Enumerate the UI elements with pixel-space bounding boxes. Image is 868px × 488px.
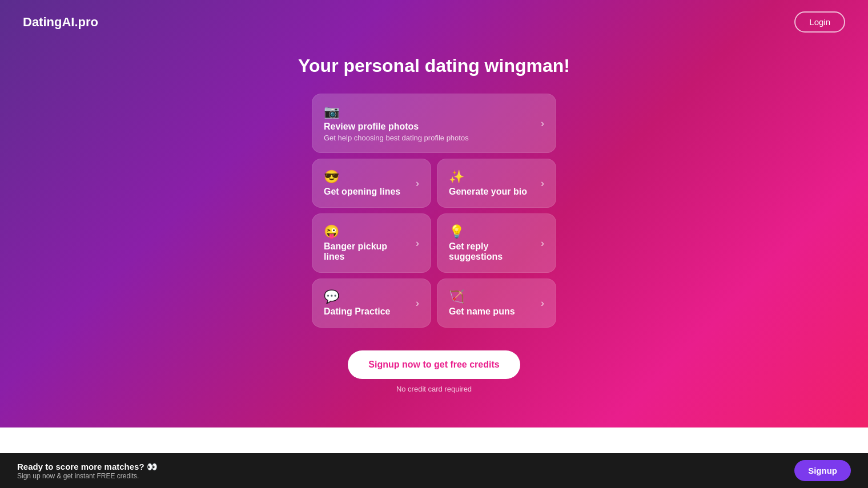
dating-practice-title: Dating Practice [324,306,410,317]
chevron-right-icon: › [416,297,419,309]
name-puns-content: 🏹 Get name puns [449,289,535,317]
chevron-right-icon: › [541,118,544,130]
review-photos-card[interactable]: 📷 Review profile photos Get help choosin… [312,94,556,153]
bottom-bar-signup-button[interactable]: Signup [794,460,851,481]
dating-practice-emoji: 💬 [324,289,410,304]
cards-row-1: 😎 Get opening lines › ✨ Generate your bi… [312,159,556,208]
bottom-bar-text: Ready to score more matches? 👀 Sign up n… [17,462,158,480]
name-puns-emoji: 🏹 [449,289,535,304]
opening-lines-title: Get opening lines [324,187,410,197]
generate-bio-emoji: ✨ [449,170,535,184]
bottom-bar-main: Ready to score more matches? 👀 [17,462,158,472]
chevron-right-icon: › [541,178,544,189]
hero-title: Your personal dating wingman! [298,55,570,76]
chevron-right-icon: › [416,237,419,249]
cards-container: 📷 Review profile photos Get help choosin… [303,94,565,328]
dating-practice-card[interactable]: 💬 Dating Practice › [312,279,431,328]
cards-row-2: 😜 Banger pickup lines › 💡 Get reply sugg… [312,213,556,273]
review-photos-title: Review profile photos [324,122,535,132]
name-puns-card[interactable]: 🏹 Get name puns › [437,279,556,328]
reply-suggestions-emoji: 💡 [449,224,535,239]
review-photos-emoji: 📷 [324,104,535,119]
signup-cta-button[interactable]: Signup now to get free credits [348,350,520,379]
reply-suggestions-title: Get reply suggestions [449,241,535,262]
hero-section: DatingAI.pro Login Your personal dating … [0,0,868,427]
chevron-right-icon: › [416,178,419,189]
review-photos-content: 📷 Review profile photos Get help choosin… [324,104,535,142]
opening-lines-emoji: 😎 [324,170,410,184]
reply-suggestions-card[interactable]: 💡 Get reply suggestions › [437,213,556,273]
bottom-bar: Ready to score more matches? 👀 Sign up n… [0,453,868,488]
generate-bio-title: Generate your bio [449,187,535,197]
pickup-lines-emoji: 😜 [324,224,410,239]
cta-section: Signup now to get free credits No credit… [348,350,520,393]
cards-row-3: 💬 Dating Practice › 🏹 Get name puns › [312,279,556,328]
reply-suggestions-content: 💡 Get reply suggestions [449,224,535,262]
header: DatingAI.pro Login [0,0,868,44]
review-photos-subtitle: Get help choosing best dating profile ph… [324,134,535,142]
login-button[interactable]: Login [794,11,845,33]
opening-lines-card[interactable]: 😎 Get opening lines › [312,159,431,208]
dating-practice-content: 💬 Dating Practice [324,289,410,317]
pickup-lines-card[interactable]: 😜 Banger pickup lines › [312,213,431,273]
generate-bio-content: ✨ Generate your bio [449,170,535,197]
pickup-lines-title: Banger pickup lines [324,241,410,262]
bottom-bar-sub: Sign up now & get instant FREE credits. [17,472,158,480]
chevron-right-icon: › [541,297,544,309]
pickup-lines-content: 😜 Banger pickup lines [324,224,410,262]
name-puns-title: Get name puns [449,306,535,317]
logo: DatingAI.pro [23,15,98,30]
generate-bio-card[interactable]: ✨ Generate your bio › [437,159,556,208]
cta-note: No credit card required [396,385,472,393]
opening-lines-content: 😎 Get opening lines [324,170,410,197]
chevron-right-icon: › [541,237,544,249]
